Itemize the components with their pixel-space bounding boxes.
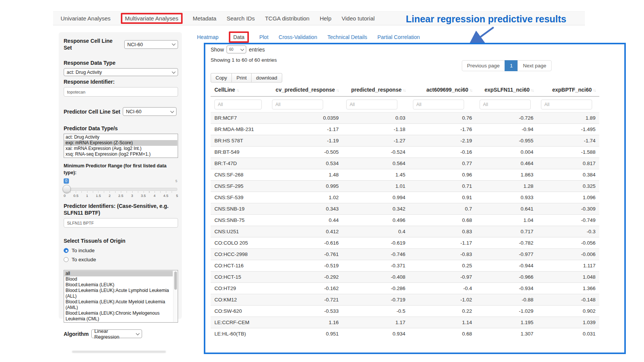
nav-item-help[interactable]: Help <box>320 15 331 22</box>
value-cell: 0.342 <box>342 203 409 215</box>
filter-input-expbptf-nci60[interactable] <box>541 100 592 109</box>
chevron-down-icon <box>170 109 174 113</box>
value-cell: -0.5 <box>342 306 409 317</box>
tab-plot[interactable]: Plot <box>259 34 268 40</box>
tissue-option[interactable]: Blood:Leukemia (LEUK) <box>64 282 173 288</box>
print-button[interactable]: Print <box>231 73 252 83</box>
predictor-data-types-listbox[interactable]: act: Drug Activityexp: mRNA Expression (… <box>64 134 178 158</box>
table-header-row: CellLine↑↓cv_predicted_response↑↓predict… <box>211 84 599 97</box>
nav-item-multivariate-analyses[interactable]: Multivariate Analyses <box>121 13 183 24</box>
value-cell: 1.17 <box>342 317 409 328</box>
tab-cross-validation[interactable]: Cross-Validation <box>279 34 317 40</box>
nav-item-search-ids[interactable]: Search IDs <box>227 15 255 22</box>
scrollbar-track[interactable] <box>173 271 177 322</box>
value-cell: 1.89 <box>537 112 599 124</box>
next-page-button[interactable]: Next page <box>517 60 552 71</box>
tissue-option[interactable]: Blood <box>64 276 173 282</box>
tissue-listbox[interactable]: allBloodBlood:Leukemia (LEUK)Blood:Leuke… <box>64 270 178 323</box>
table-row: CO:HCC-2998-0.761-0.746-0.83-0.977-0.006 <box>211 249 599 260</box>
radio-selected-icon[interactable] <box>64 248 69 253</box>
response-cell-line-set-label: Response Cell Line Set <box>64 37 122 51</box>
filter-input-predicted-response[interactable] <box>346 100 397 109</box>
current-page-button[interactable]: 1 <box>505 60 518 71</box>
table-row: BR:MCF70.03590.030.76-0.7261.89 <box>211 112 599 124</box>
column-header-predicted-response[interactable]: predicted_response↑↓ <box>342 84 409 97</box>
tab-partial-correlation[interactable]: Partial Correlation <box>377 34 420 40</box>
predictor-cell-line-set-select[interactable]: NCI-60 <box>123 107 177 116</box>
min-predictor-range-slider[interactable]: 0 5 00.511.522.533.544.55 <box>64 178 178 200</box>
tab-data[interactable]: Data <box>229 31 249 43</box>
filter-input-act609699-nci60[interactable] <box>413 100 464 109</box>
value-cell: 0.343 <box>268 203 342 215</box>
slider-tick-label: 5 <box>176 193 178 198</box>
filter-input-cellline[interactable] <box>214 100 262 109</box>
value-cell: 1.195 <box>476 317 537 328</box>
value-cell: 0.03 <box>342 112 409 124</box>
value-cell: 0.031 <box>537 328 599 340</box>
cellline-cell: BR:T-47D <box>211 158 268 169</box>
slider-track[interactable] <box>64 188 177 191</box>
algorithm-select[interactable]: Linear Regression <box>91 329 142 338</box>
tissue-radio-to-exclude[interactable]: To exclude <box>64 257 178 262</box>
value-cell: 0.25 <box>409 260 476 272</box>
value-cell: -1.17 <box>268 124 342 135</box>
value-cell: 0.0359 <box>268 112 342 124</box>
value-cell: 0.71 <box>409 181 476 192</box>
tab-heatmap[interactable]: Heatmap <box>197 34 219 40</box>
predictor-data-type-option[interactable]: act: Drug Activity <box>64 134 177 140</box>
download-button[interactable]: download <box>251 73 282 83</box>
results-table: CellLine↑↓cv_predicted_response↑↓predict… <box>211 84 599 339</box>
tissue-radio-to-include[interactable]: To include <box>64 248 178 253</box>
value-cell: 0.91 <box>409 192 476 203</box>
value-cell: 1.48 <box>268 169 342 181</box>
cellline-cell: CO:HCT-116 <box>211 260 268 272</box>
nav-item-metadata[interactable]: Metadata <box>193 15 217 22</box>
filter-input-expslfn11-nci60[interactable] <box>480 100 531 109</box>
column-header-cv-predicted-response[interactable]: cv_predicted_response↑↓ <box>268 84 342 97</box>
slider-tick-label: 4 <box>153 193 155 198</box>
value-cell: 0.641 <box>476 203 537 215</box>
nav-item-univariate-analyses[interactable]: Univariate Analyses <box>61 15 111 22</box>
copy-button[interactable]: Copy <box>211 73 232 83</box>
radio-unselected-icon[interactable] <box>64 257 69 262</box>
value-cell: 0.384 <box>537 169 599 181</box>
value-cell: -0.006 <box>537 249 599 260</box>
cellline-cell: BR:MCF7 <box>211 112 268 124</box>
value-cell: -2.19 <box>409 135 476 147</box>
cellline-cell: CO:COLO 205 <box>211 237 268 249</box>
column-header-act609699-nci60[interactable]: act609699_nci60↑↓ <box>409 84 476 97</box>
predictor-data-type-option[interactable]: exp: mRNA Expression (Z-Score) <box>64 140 177 146</box>
tissue-option[interactable]: Blood:Leukemia (LEUK):Acute Myeloid Leuk… <box>64 299 173 311</box>
nav-item-tcga-distribution[interactable]: TCGA distribution <box>265 15 309 22</box>
value-cell: -0.726 <box>476 112 537 124</box>
previous-page-button[interactable]: Previous page <box>462 60 505 71</box>
scrollbar-thumb[interactable] <box>174 272 177 290</box>
value-cell: 0.96 <box>409 169 476 181</box>
predictor-data-type-option[interactable]: xai: mRNA Expression (Avg. log2 Int.) <box>64 146 177 151</box>
tissue-option[interactable]: Blood:Leukemia (LEUK):Chronic Myelogenou… <box>64 311 173 322</box>
predictor-data-type-option[interactable]: xsq: RNA-seq Expression (log2 FPKM+1.) <box>64 151 177 157</box>
column-header-expbptf-nci60[interactable]: expBPTF_nci60↑↓ <box>537 84 599 97</box>
value-cell: -0.371 <box>342 260 409 272</box>
column-header-cellline[interactable]: CellLine↑↓ <box>211 84 268 97</box>
value-cell: -1.495 <box>537 124 599 135</box>
response-cell-line-set-select[interactable]: NCI-60 <box>124 40 178 49</box>
tab-technical-details[interactable]: Technical Details <box>327 34 367 40</box>
response-data-type-select[interactable]: act: Drug Activity <box>64 68 178 76</box>
value-cell: 1.04 <box>476 215 537 226</box>
slider-handle[interactable] <box>63 185 71 193</box>
response-identifier-input[interactable] <box>64 87 178 97</box>
column-header-expslfn11-nci60[interactable]: expSLFN11_nci60↑↓ <box>476 84 537 97</box>
slider-max-label: 5 <box>175 179 177 183</box>
table-row: CO:KM12-0.721-0.719-1.02-0.88-0.148 <box>211 294 599 306</box>
nav-item-video-tutorial[interactable]: Video tutorial <box>342 15 375 22</box>
filter-input-cv-predicted-response[interactable] <box>272 100 323 109</box>
page-length-select[interactable]: 60 <box>227 45 246 53</box>
select-value: Linear Regression <box>94 328 133 340</box>
value-cell: -0.977 <box>476 249 537 260</box>
predictor-identifiers-input[interactable] <box>64 218 178 228</box>
tissue-option[interactable]: Blood:Leukemia (LEUK):Acute Lymphoid Leu… <box>64 288 173 299</box>
table-row: CNS:SF-2681.481.450.961.8630.384 <box>211 169 599 181</box>
cellline-cell: CNS:SF-539 <box>211 192 268 203</box>
tissue-option[interactable]: all <box>64 271 173 276</box>
